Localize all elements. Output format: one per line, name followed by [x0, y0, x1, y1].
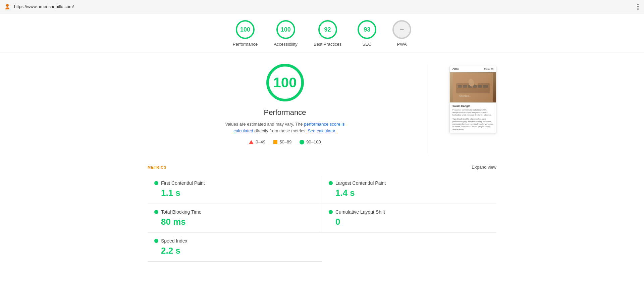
- legend-triangle-icon: [249, 140, 254, 144]
- big-score-ring: 100: [265, 62, 305, 103]
- score-item-best-practices[interactable]: 92 Best Practices: [314, 20, 341, 47]
- browser-bar: https://www.americanpillo.com/: [0, 0, 644, 13]
- metric-dot-si: [154, 239, 158, 243]
- browser-url: https://www.americanpillo.com/: [14, 4, 636, 9]
- legend-range-orange: 50–89: [279, 139, 291, 144]
- legend-item-green: 90–100: [300, 139, 321, 144]
- preview-image: American...: [450, 72, 496, 102]
- preview-menu: Menu: [484, 68, 493, 70]
- metrics-grid: First Contentful Paint 1.1 s Largest Con…: [148, 175, 496, 262]
- metric-name-row-si: Speed Index: [154, 238, 315, 244]
- metric-name-cls: Cumulative Layout Shift: [335, 209, 385, 215]
- metric-dot-fcp: [154, 181, 158, 185]
- calculator-link[interactable]: See calculator.: [308, 128, 336, 133]
- score-legend: 0–49 50–89 90–100: [249, 139, 321, 144]
- svg-rect-4: [491, 69, 493, 69]
- metric-dot-lcp: [329, 181, 333, 185]
- score-value-seo: 93: [364, 26, 370, 33]
- score-description: Values are estimated and may vary. The p…: [221, 121, 349, 134]
- desc-text: Values are estimated and may vary. The: [225, 122, 303, 127]
- preview-panel: Pillix Menu: [436, 62, 496, 155]
- score-label-pwa: PWA: [397, 42, 407, 47]
- score-circle-seo: 93: [358, 20, 376, 39]
- score-value-accessibility: 100: [281, 26, 291, 33]
- performance-panel: 100 Performance Values are estimated and…: [148, 62, 422, 155]
- metrics-header: METRICS Expand view: [148, 165, 496, 170]
- score-label-performance: Performance: [233, 42, 258, 47]
- metric-item-si: Speed Index 2.2 s: [148, 233, 322, 262]
- metric-name-si: Speed Index: [161, 238, 187, 244]
- big-score-container: 100 Performance Values are estimated and…: [148, 62, 422, 155]
- metrics-section: METRICS Expand view First Contentful Pai…: [121, 165, 523, 262]
- metric-item-cls: Cumulative Layout Shift 0: [322, 204, 496, 233]
- browser-icon: [4, 3, 11, 10]
- metric-value-tbt: 80 ms: [154, 217, 315, 227]
- svg-rect-13: [483, 85, 488, 88]
- score-circle-pwa: −: [392, 20, 411, 39]
- score-item-performance[interactable]: 100 Performance: [233, 20, 258, 47]
- big-score-number: 100: [273, 75, 297, 91]
- score-value-performance: 100: [240, 26, 250, 33]
- metrics-section-title: METRICS: [148, 165, 167, 169]
- expand-view-button[interactable]: Expand view: [472, 165, 496, 170]
- svg-point-0: [6, 4, 9, 7]
- legend-square-icon: [273, 140, 277, 144]
- svg-text:American...: American...: [459, 95, 471, 97]
- score-item-seo[interactable]: 93 SEO: [358, 20, 376, 47]
- svg-rect-9: [463, 85, 467, 88]
- metric-item-fcp: First Contentful Paint 1.1 s: [148, 175, 322, 204]
- legend-item-orange: 50–89: [273, 139, 291, 144]
- metric-name-tbt: Total Blocking Time: [161, 209, 202, 215]
- svg-rect-8: [458, 85, 462, 88]
- svg-rect-3: [491, 68, 493, 69]
- score-item-pwa[interactable]: − PWA: [392, 20, 411, 47]
- metric-value-lcp: 1.4 s: [329, 188, 490, 198]
- scores-bar: 100 Performance 100 Accessibility 92 Bes…: [0, 13, 644, 52]
- score-value-best-practices: 92: [324, 26, 331, 33]
- metric-value-cls: 0: [329, 217, 490, 227]
- svg-rect-12: [478, 85, 482, 88]
- metric-name-row-lcp: Largest Contentful Paint: [329, 180, 490, 186]
- metric-name-row-tbt: Total Blocking Time: [154, 209, 315, 215]
- preview-body1: Perjalanan kami dimulai pada tahun 1965,…: [452, 109, 493, 117]
- metric-dot-cls: [329, 210, 333, 214]
- desc-mid: directly from these metrics.: [254, 128, 306, 133]
- preview-image-svg: American...: [453, 73, 493, 102]
- score-circle-accessibility: 100: [276, 20, 295, 39]
- metric-name-fcp: First Contentful Paint: [161, 180, 205, 186]
- metric-dot-tbt: [154, 210, 158, 214]
- metric-value-fcp: 1.1 s: [154, 188, 315, 198]
- preview-header: Pillix Menu: [450, 66, 496, 72]
- site-preview: Pillix Menu: [449, 66, 496, 133]
- svg-rect-5: [491, 70, 493, 70]
- legend-range-green: 90–100: [306, 139, 321, 144]
- metric-name-row-cls: Cumulative Layout Shift: [329, 209, 490, 215]
- score-label-best-practices: Best Practices: [314, 42, 341, 47]
- score-value-pwa: −: [400, 25, 404, 34]
- score-label-seo: SEO: [362, 42, 371, 47]
- preview-logo: Pillix: [452, 68, 459, 71]
- preview-body2: Tiga dekade terakhir telah memberi kami …: [452, 118, 493, 131]
- legend-item-red: 0–49: [249, 139, 265, 144]
- metric-value-si: 2.2 s: [154, 246, 315, 256]
- preview-text: Salam Hangat Perjalanan kami dimulai pad…: [450, 102, 496, 133]
- vertical-divider: [429, 62, 429, 155]
- metric-name-row-fcp: First Contentful Paint: [154, 180, 315, 186]
- score-circle-best-practices: 92: [318, 20, 337, 39]
- score-label-accessibility: Accessibility: [274, 42, 298, 47]
- metric-item-tbt: Total Blocking Time 80 ms: [148, 204, 322, 233]
- score-circle-performance: 100: [236, 20, 255, 39]
- legend-range-red: 0–49: [256, 139, 265, 144]
- big-score-title: Performance: [264, 108, 306, 117]
- browser-menu-button[interactable]: [636, 2, 640, 11]
- preview-title: Salam Hangat: [452, 104, 493, 107]
- metric-item-lcp: Largest Contentful Paint 1.4 s: [322, 175, 496, 204]
- score-item-accessibility[interactable]: 100 Accessibility: [274, 20, 298, 47]
- hamburger-icon: [491, 68, 493, 70]
- legend-circle-icon: [300, 140, 304, 144]
- metric-name-lcp: Largest Contentful Paint: [335, 180, 386, 186]
